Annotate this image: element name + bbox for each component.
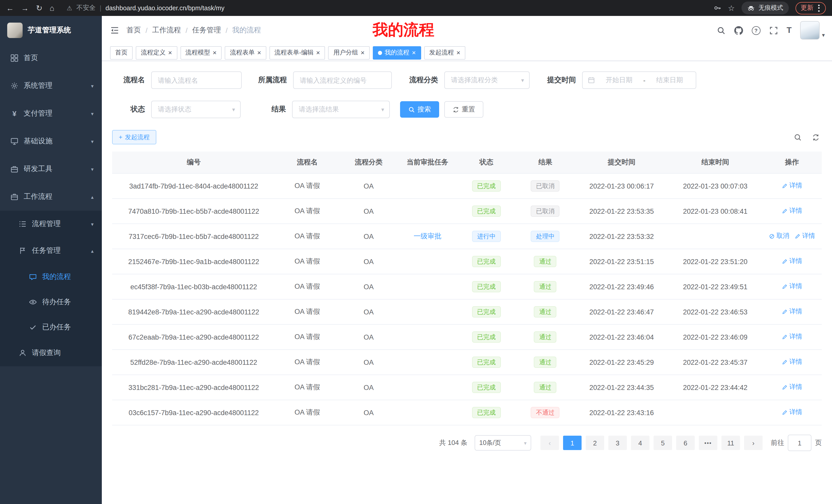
back-icon[interactable]: ←: [6, 4, 14, 12]
detail-link[interactable]: 详情: [795, 232, 815, 241]
sidebar-item-system[interactable]: 系统管理 ▾: [0, 72, 102, 100]
process-name-input[interactable]: [151, 72, 242, 89]
avatar[interactable]: [800, 21, 820, 39]
status-tag: 已完成: [472, 357, 501, 368]
sidebar-item-done-tasks[interactable]: 已办任务: [0, 314, 102, 340]
page-button[interactable]: 6: [676, 436, 695, 450]
prev-page-button[interactable]: ‹: [541, 436, 559, 450]
sidebar-item-payment[interactable]: ¥ 支付管理 ▾: [0, 100, 102, 128]
cell-name: OA 请假: [275, 173, 339, 199]
security-label[interactable]: 不安全: [76, 4, 96, 12]
cell-category: OA: [339, 224, 398, 249]
tab-process-model[interactable]: 流程模型×: [180, 46, 222, 59]
next-page-button[interactable]: ›: [744, 436, 762, 450]
sidebar-item-process-management[interactable]: 流程管理 ▾: [0, 211, 102, 237]
col-status: 状态: [457, 151, 516, 173]
col-actions: 操作: [762, 151, 822, 173]
github-icon[interactable]: [734, 26, 743, 35]
incognito-label: 无痕模式: [758, 4, 783, 12]
close-icon[interactable]: ×: [457, 49, 460, 56]
result-select[interactable]: 请选择流结果 ▾: [292, 101, 390, 118]
tab-user-group[interactable]: 用户分组×: [328, 46, 370, 59]
category-select[interactable]: 请选择流程分类 ▾: [444, 72, 530, 89]
chat-bubble-icon: [29, 273, 37, 281]
detail-link[interactable]: 详情: [782, 257, 802, 266]
fullscreen-icon[interactable]: [769, 26, 778, 35]
forward-icon[interactable]: →: [21, 4, 29, 12]
search-icon[interactable]: [717, 26, 725, 35]
page-button[interactable]: 11: [722, 436, 740, 450]
detail-link[interactable]: 详情: [782, 207, 802, 216]
detail-link[interactable]: 详情: [782, 282, 802, 291]
page-button[interactable]: 1: [563, 436, 581, 450]
update-chip[interactable]: 更新: [796, 2, 826, 14]
key-icon[interactable]: [713, 4, 721, 12]
breadcrumb-item[interactable]: 工作流程: [152, 26, 181, 35]
tab-my-process[interactable]: 我的流程×: [373, 46, 421, 59]
detail-link[interactable]: 详情: [782, 383, 802, 392]
tab-process-form-edit[interactable]: 流程表单-编辑×: [269, 46, 325, 59]
breadcrumb-item[interactable]: 首页: [127, 26, 141, 35]
tab-process-definition[interactable]: 流程定义×: [136, 46, 177, 59]
sidebar-item-infra[interactable]: 基础设施 ▾: [0, 128, 102, 155]
page-button[interactable]: 3: [608, 436, 627, 450]
sidebar-item-devtools[interactable]: 研发工具 ▾: [0, 155, 102, 183]
sidebar-item-task-management[interactable]: 任务管理 ▴: [0, 237, 102, 264]
close-icon[interactable]: ×: [412, 49, 416, 56]
page-size-select[interactable]: 10条/页 ▾: [475, 435, 531, 451]
detail-link[interactable]: 详情: [782, 181, 802, 190]
user-menu[interactable]: ▾: [800, 21, 825, 39]
page-button[interactable]: 2: [586, 436, 604, 450]
close-icon[interactable]: ×: [213, 49, 216, 56]
close-icon[interactable]: ×: [316, 49, 320, 56]
sidebar-item-leave-query[interactable]: 请假查询: [0, 340, 102, 366]
filter-label: 流程分类: [402, 76, 444, 85]
app-logo[interactable]: 芋道管理系统: [0, 16, 102, 44]
date-range-picker[interactable]: 开始日期 - 结束日期: [582, 72, 696, 89]
cell-actions: 取消详情: [762, 224, 822, 249]
bookmark-star-icon[interactable]: ☆: [728, 4, 735, 12]
close-icon[interactable]: ×: [257, 49, 261, 56]
more-pages-icon[interactable]: •••: [699, 436, 717, 450]
create-process-button[interactable]: + 发起流程: [112, 130, 156, 144]
parent-process-input[interactable]: [293, 72, 392, 89]
cell-category: OA: [339, 349, 398, 375]
tab-home[interactable]: 首页: [110, 46, 133, 59]
close-icon[interactable]: ×: [168, 49, 172, 56]
tab-process-form[interactable]: 流程表单×: [225, 46, 266, 59]
monitor-icon: [10, 137, 19, 145]
cancel-link[interactable]: 取消: [769, 232, 789, 241]
breadcrumb-separator: /: [226, 26, 228, 34]
browser-menu-icon[interactable]: [817, 3, 821, 12]
sidebar-item-home[interactable]: 首页: [0, 44, 102, 72]
sidebar-item-todo-tasks[interactable]: 待办任务: [0, 289, 102, 314]
detail-link-label: 详情: [789, 383, 802, 392]
reset-button[interactable]: 重置: [444, 101, 483, 118]
current-task-link[interactable]: 一级审批: [414, 232, 441, 240]
detail-link[interactable]: 详情: [782, 358, 802, 367]
refresh-table-icon[interactable]: [812, 133, 820, 141]
tab-start-process[interactable]: 发起流程×: [424, 46, 465, 59]
search-button[interactable]: 搜索: [400, 101, 439, 118]
url-text[interactable]: dashboard.yudao.iocoder.cn/bpm/task/my: [105, 4, 225, 11]
page-button[interactable]: 5: [654, 436, 672, 450]
detail-link[interactable]: 详情: [782, 408, 802, 417]
help-icon[interactable]: ?: [752, 26, 760, 35]
detail-link-label: 详情: [789, 307, 802, 316]
cell-category: OA: [339, 325, 398, 349]
goto-page-input[interactable]: [788, 435, 811, 451]
close-icon[interactable]: ×: [361, 49, 365, 56]
sidebar-item-workflow[interactable]: 工作流程 ▴: [0, 183, 102, 211]
menu-fold-icon[interactable]: [110, 26, 119, 35]
font-size-icon[interactable]: T: [786, 26, 791, 34]
reload-icon[interactable]: ↻: [36, 4, 43, 12]
detail-link[interactable]: 详情: [782, 333, 802, 341]
toggle-search-icon[interactable]: [794, 133, 802, 141]
detail-link[interactable]: 详情: [782, 307, 802, 316]
status-select[interactable]: 请选择状态 ▾: [151, 101, 241, 118]
address-bar[interactable]: ⚠ 不安全 | dashboard.yudao.iocoder.cn/bpm/t…: [67, 4, 706, 12]
browser-home-icon[interactable]: ⌂: [50, 4, 54, 12]
page-button[interactable]: 4: [631, 436, 649, 450]
sidebar-item-my-process[interactable]: 我的流程: [0, 264, 102, 289]
breadcrumb-item[interactable]: 任务管理: [192, 26, 221, 35]
